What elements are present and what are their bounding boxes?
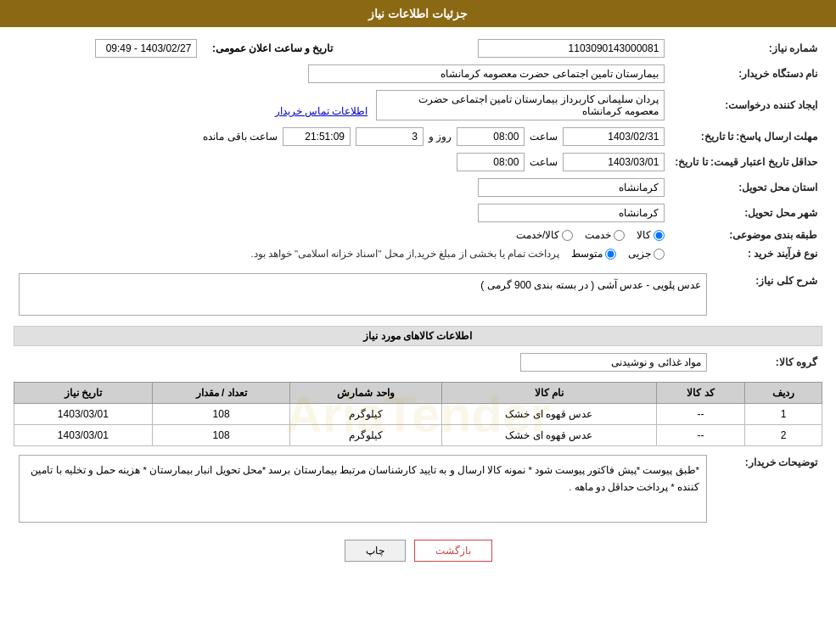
row-buyer-notes: توضیحات خریدار: *طبق پیوست *پیش فاکتور پ…: [14, 451, 822, 526]
cell-date: 1403/03/01: [14, 404, 153, 425]
radio-khedmat-input[interactable]: [614, 230, 625, 241]
goods-group-input: مواد غذائی و نوشیدنی: [520, 353, 707, 372]
goods-table-head: ردیف کد کالا نام کالا واحد شمارش تعداد /…: [14, 383, 822, 404]
row-goods-group: گروه کالا: مواد غذائی و نوشیدنی: [14, 350, 822, 375]
buttons-row: بازگشت چاپ: [14, 540, 822, 562]
reply-time-label: ساعت: [530, 131, 558, 143]
col-quantity: تعداد / مقدار: [152, 383, 290, 404]
radio-kala[interactable]: کالا: [637, 229, 665, 241]
col-date: تاریخ نیاز: [14, 383, 153, 404]
need-number-label: شماره نیاز:: [670, 36, 822, 61]
cell-unit: کیلوگرم: [290, 404, 441, 425]
remaining-label: ساعت باقی مانده: [203, 131, 278, 143]
buyer-name-label: نام دستگاه خریدار:: [670, 61, 822, 87]
page-wrapper: جزئیات اطلاعات نیاز شماره نیاز: 11030901…: [0, 0, 836, 644]
radio-kala-input[interactable]: [654, 230, 665, 241]
announce-date-input: 1403/02/27 - 09:49: [95, 39, 197, 58]
page-title: جزئیات اطلاعات نیاز: [368, 7, 468, 20]
goods-table: ردیف کد کالا نام کالا واحد شمارش تعداد /…: [14, 382, 822, 446]
need-description-label: شرح کلی نیاز:: [712, 270, 822, 319]
radio-jozi[interactable]: جزیی: [628, 248, 665, 260]
table-area: AriaTender ردیف کد کالا نام کالا واحد شم…: [14, 382, 822, 446]
goods-table-body: 1 -- عدس قهوه ای خشک کیلوگرم 108 1403/03…: [14, 404, 822, 446]
col-row-num: ردیف: [745, 383, 822, 404]
cell-date: 1403/03/01: [14, 425, 153, 446]
cell-row-num: 1: [745, 404, 822, 425]
province-value: کرمانشاه: [14, 175, 670, 200]
goods-group-value: مواد غذائی و نوشیدنی: [14, 350, 712, 375]
reply-days-label: روز و: [429, 131, 452, 143]
radio-kala-khedmat-input[interactable]: [562, 230, 573, 241]
need-number-value: 1103090143000081: [338, 36, 670, 61]
radio-khedmat-label: خدمت: [585, 229, 611, 241]
row-reply-deadline: مهلت ارسال پاسخ: تا تاریخ: 1403/02/31 سا…: [14, 124, 822, 149]
need-description-box: عدس پلویی - عدس آشی ( در بسته بندی 900 گ…: [19, 273, 707, 316]
reply-days-input: 3: [356, 127, 424, 146]
print-button[interactable]: چاپ: [345, 540, 406, 562]
goods-group-label: گروه کالا:: [712, 350, 822, 375]
city-input: کرمانشاه: [478, 204, 665, 222]
buyer-notes-table: توضیحات خریدار: *طبق پیوست *پیش فاکتور پ…: [14, 451, 822, 526]
radio-kala-label: کالا: [637, 229, 651, 241]
buyer-notes-value: *طبق پیوست *پیش فاکتور پیوست شود * نمونه…: [14, 451, 712, 526]
main-content: شماره نیاز: 1103090143000081 تاریخ و ساع…: [0, 27, 836, 579]
announce-date-label: تاریخ و ساعت اعلان عمومی:: [202, 36, 338, 61]
cell-unit: کیلوگرم: [290, 425, 441, 446]
cell-product-name: عدس قهوه ای خشک: [441, 425, 656, 446]
price-validity-value: 1403/03/01 ساعت 08:00: [14, 149, 670, 175]
reply-deadline-value: 1403/02/31 ساعت 08:00 روز و 3 21:51:09 س…: [14, 124, 670, 149]
row-process: نوع فرآیند خرید : جزیی متوسط پرداخت تمام…: [14, 244, 822, 263]
buyer-notes-box: *طبق پیوست *پیش فاکتور پیوست شود * نمونه…: [19, 455, 707, 523]
row-province: استان محل تحویل: کرمانشاه: [14, 175, 822, 200]
radio-jozi-label: جزیی: [628, 248, 651, 260]
row-city: شهر محل تحویل: کرمانشاه: [14, 200, 822, 226]
cell-quantity: 108: [152, 404, 290, 425]
category-value: کالا خدمت کالا/خدمت: [14, 226, 670, 244]
radio-motavaset-label: متوسط: [571, 248, 603, 260]
row-buyer-name: نام دستگاه خریدار: بیمارستان تامین اجتما…: [14, 61, 822, 87]
col-unit: واحد شمارش: [290, 383, 441, 404]
process-warning: پرداخت تمام یا بخشی از مبلغ خرید,از محل …: [250, 248, 559, 260]
radio-kala-khedmat[interactable]: کالا/خدمت: [516, 229, 573, 241]
need-number-input: 1103090143000081: [478, 39, 665, 58]
creator-label: ایجاد کننده درخواست:: [670, 87, 822, 124]
contact-link[interactable]: اطلاعات تماس خریدار: [275, 105, 368, 117]
reply-time-input: 08:00: [457, 127, 525, 146]
province-input: کرمانشاه: [478, 178, 665, 197]
price-validity-time-input: 08:00: [457, 153, 525, 171]
need-description-table: شرح کلی نیاز: عدس پلویی - عدس آشی ( در ب…: [14, 270, 822, 319]
row-creator: ایجاد کننده درخواست: پردان سلیمانی کاربر…: [14, 87, 822, 124]
row-price-validity: حداقل تاریخ اعتبار قیمت: تا تاریخ: 1403/…: [14, 149, 822, 175]
row-need-description: شرح کلی نیاز: عدس پلویی - عدس آشی ( در ب…: [14, 270, 822, 319]
reply-deadline-label: مهلت ارسال پاسخ: تا تاریخ:: [670, 124, 822, 149]
price-validity-time-label: ساعت: [530, 156, 558, 168]
goods-group-table: گروه کالا: مواد غذائی و نوشیدنی: [14, 350, 822, 375]
price-validity-date-input: 1403/03/01: [563, 153, 665, 171]
cell-product-code: --: [657, 404, 745, 425]
announce-date-value: 1403/02/27 - 09:49: [14, 36, 202, 61]
goods-info-title: اطلاعات کالاهای مورد نیاز: [14, 326, 822, 346]
table-row: 1 -- عدس قهوه ای خشک کیلوگرم 108 1403/03…: [14, 404, 822, 425]
cell-product-code: --: [657, 425, 745, 446]
buyer-name-value: بیمارستان تامین اجتماعی حضرت معصومه کرما…: [14, 61, 670, 87]
buyer-name-input: بیمارستان تامین اجتماعی حضرت معصومه کرما…: [308, 64, 665, 83]
radio-jozi-input[interactable]: [654, 249, 665, 260]
back-button[interactable]: بازگشت: [414, 540, 492, 562]
process-value: جزیی متوسط پرداخت تمام یا بخشی از مبلغ خ…: [14, 244, 670, 263]
radio-khedmat[interactable]: خدمت: [585, 229, 625, 241]
col-product-name: نام کالا: [441, 383, 656, 404]
radio-motavaset[interactable]: متوسط: [571, 248, 616, 260]
cell-quantity: 108: [152, 425, 290, 446]
row-category: طبقه بندی موضوعی: کالا خدمت: [14, 226, 822, 244]
buyer-notes-label: توضیحات خریدار:: [712, 451, 822, 526]
row-need-number: شماره نیاز: 1103090143000081 تاریخ و ساع…: [14, 36, 822, 61]
col-product-code: کد کالا: [657, 383, 745, 404]
city-label: شهر محل تحویل:: [670, 200, 822, 226]
page-header: جزئیات اطلاعات نیاز: [0, 0, 836, 27]
price-validity-label: حداقل تاریخ اعتبار قیمت: تا تاریخ:: [670, 149, 822, 175]
process-label: نوع فرآیند خرید :: [670, 244, 822, 263]
radio-motavaset-input[interactable]: [605, 249, 616, 260]
goods-table-header-row: ردیف کد کالا نام کالا واحد شمارش تعداد /…: [14, 383, 822, 404]
province-label: استان محل تحویل:: [670, 175, 822, 200]
reply-date-input: 1403/02/31: [563, 127, 665, 146]
